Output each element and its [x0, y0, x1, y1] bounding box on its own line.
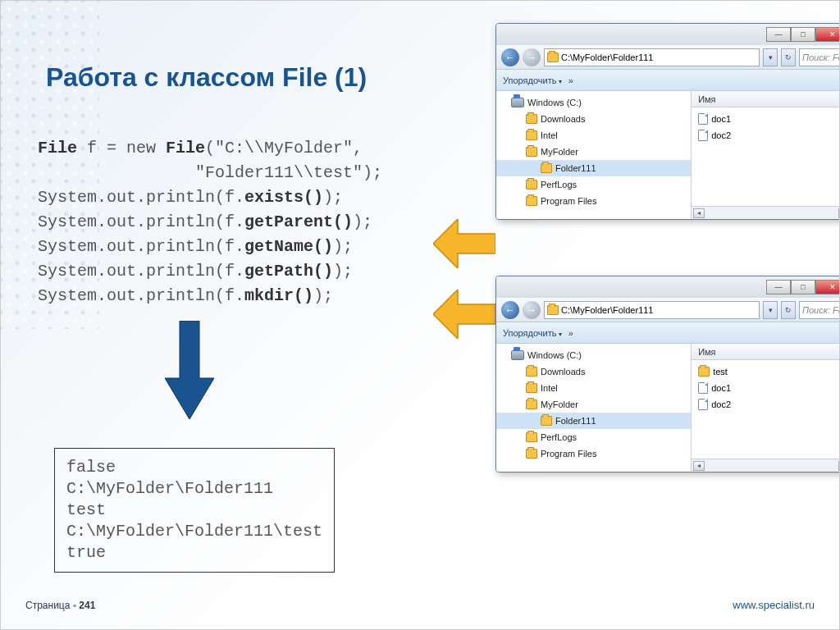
file-icon [698, 113, 708, 125]
explorer-window-before: — □ ✕ ← → ▾ ↻ Поиск: Fo Упорядочить » Wi… [495, 23, 840, 220]
tree-item: Downloads [496, 363, 691, 380]
address-bar[interactable] [544, 301, 760, 319]
titlebar: — □ ✕ [496, 24, 840, 45]
file-icon [698, 130, 708, 141]
tree-item: MyFolder [496, 396, 691, 413]
address-dropdown[interactable]: ▾ [763, 301, 778, 319]
svg-marker-2 [433, 290, 495, 339]
slide-title: Работа с классом File (1) [46, 62, 367, 93]
file-list: Имя doc1 doc2 ◂▸ [692, 91, 840, 219]
search-box[interactable]: Поиск: Fo [799, 48, 840, 66]
folder-tree[interactable]: Windows (C:) Downloads Intel MyFolder Fo… [496, 344, 692, 472]
folder-icon [547, 52, 559, 62]
tree-drive: Windows (C:) [496, 94, 691, 111]
folder-icon [541, 163, 552, 173]
toolbar: Упорядочить » [496, 322, 840, 344]
tree-item: MyFolder [496, 144, 691, 160]
organize-menu[interactable]: Упорядочить [503, 328, 562, 338]
folder-icon [526, 449, 537, 459]
folder-icon [526, 432, 537, 442]
close-button[interactable]: ✕ [815, 280, 840, 294]
forward-button[interactable]: → [523, 301, 541, 319]
back-button[interactable]: ← [501, 48, 519, 66]
titlebar: — □ ✕ [496, 276, 840, 298]
folder-icon [526, 114, 537, 124]
tree-item: PerfLogs [496, 429, 691, 445]
arrow-down-icon [165, 321, 214, 419]
minimize-button[interactable]: — [766, 27, 791, 42]
folder-tree[interactable]: Windows (C:) Downloads Intel MyFolder Fo… [496, 91, 692, 219]
list-item[interactable]: doc1 [692, 111, 840, 127]
folder-icon [526, 383, 537, 393]
forward-button[interactable]: → [523, 48, 541, 66]
list-item[interactable]: doc2 [692, 396, 840, 413]
folder-icon [541, 416, 552, 426]
folder-icon [526, 196, 537, 206]
drive-icon [511, 350, 524, 360]
explorer-window-after: — □ ✕ ← → ▾ ↻ Поиск: Fo Упорядочить » Wi… [495, 276, 840, 472]
tree-item-selected: Folder111 [496, 160, 691, 176]
tree-item-selected: Folder111 [496, 413, 691, 429]
address-bar[interactable] [544, 48, 760, 66]
folder-icon [526, 130, 537, 140]
folder-icon [526, 399, 537, 409]
minimize-button[interactable]: — [766, 280, 791, 294]
footer-url: www.specialist.ru [733, 599, 815, 611]
scrollbar[interactable]: ◂▸ [692, 459, 840, 472]
output-console: false C:\MyFolder\Folder111 test C:\MyFo… [54, 448, 335, 573]
refresh-button[interactable]: ↻ [781, 48, 796, 66]
tree-drive: Windows (C:) [496, 347, 691, 363]
list-item[interactable]: test [692, 363, 840, 380]
address-dropdown[interactable]: ▾ [763, 48, 778, 66]
tree-item: Intel [496, 127, 691, 144]
address-input[interactable] [561, 52, 756, 62]
list-item[interactable]: doc1 [692, 380, 840, 396]
tree-item: Program Files [496, 445, 691, 462]
folder-icon [526, 180, 537, 189]
folder-icon [547, 305, 559, 315]
folder-icon [526, 367, 537, 377]
list-item[interactable]: doc2 [692, 127, 840, 144]
tree-item: Intel [496, 380, 691, 396]
organize-menu[interactable]: Упорядочить [503, 75, 562, 85]
navbar: ← → ▾ ↻ Поиск: Fo [496, 45, 840, 70]
maximize-button[interactable]: □ [791, 280, 815, 294]
back-button[interactable]: ← [501, 301, 519, 319]
refresh-button[interactable]: ↻ [781, 301, 796, 319]
arrow-left-icon [433, 290, 495, 339]
search-box[interactable]: Поиск: Fo [799, 301, 840, 319]
toolbar-more[interactable]: » [568, 75, 573, 85]
file-icon [698, 382, 708, 394]
file-icon [698, 399, 708, 410]
java-code: File f = new File("C:\\MyFolder", "Folde… [38, 136, 382, 308]
tree-item: Downloads [496, 111, 691, 127]
svg-marker-0 [165, 321, 214, 419]
arrow-left-icon [433, 219, 495, 268]
file-list: Имя test doc1 doc2 ◂▸ [692, 344, 840, 472]
tree-item: PerfLogs [496, 176, 691, 193]
address-input[interactable] [561, 305, 756, 315]
maximize-button[interactable]: □ [791, 27, 815, 42]
column-header[interactable]: Имя [692, 91, 840, 107]
svg-marker-1 [433, 219, 495, 268]
navbar: ← → ▾ ↻ Поиск: Fo [496, 298, 840, 322]
page-number: Страница ▪ 241 [25, 600, 95, 611]
folder-icon [526, 147, 537, 157]
column-header[interactable]: Имя [692, 344, 840, 360]
scrollbar[interactable]: ◂▸ [692, 206, 840, 219]
toolbar-more[interactable]: » [568, 328, 573, 338]
tree-item: Program Files [496, 193, 691, 209]
folder-icon [698, 367, 710, 377]
toolbar: Упорядочить » [496, 70, 840, 91]
close-button[interactable]: ✕ [815, 27, 840, 42]
drive-icon [511, 98, 524, 107]
